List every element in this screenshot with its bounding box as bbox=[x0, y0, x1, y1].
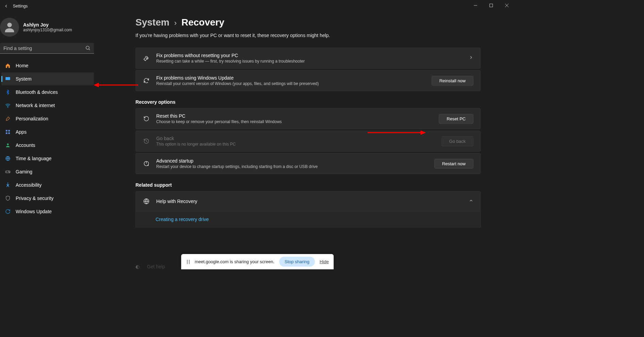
card-reset-pc: Reset this PC Choose to keep or remove y… bbox=[135, 108, 481, 129]
link-recovery-drive[interactable]: Creating a recovery drive bbox=[156, 217, 209, 222]
system-icon bbox=[5, 76, 11, 82]
svg-point-5 bbox=[86, 46, 89, 49]
svg-rect-1 bbox=[490, 4, 493, 7]
share-text: meet.google.com is sharing your screen. bbox=[195, 259, 274, 264]
section-recovery-options: Recovery options bbox=[135, 99, 481, 105]
expander-header[interactable]: Help with Recovery bbox=[135, 191, 481, 212]
nav-label: Personalization bbox=[16, 116, 48, 121]
svg-point-23 bbox=[147, 165, 148, 166]
gamepad-icon bbox=[5, 169, 11, 175]
help-icon: ◐ bbox=[135, 264, 140, 269]
nav-gaming[interactable]: Gaming bbox=[1, 165, 94, 178]
chevron-up-icon bbox=[469, 198, 473, 204]
card-title: Reset this PC bbox=[156, 113, 439, 119]
expander-body: Creating a recovery drive bbox=[135, 212, 481, 228]
svg-rect-9 bbox=[6, 130, 7, 132]
nav-list: Home System Bluetooth & devices Network … bbox=[0, 59, 102, 218]
nav-label: Apps bbox=[16, 129, 27, 135]
get-help-row[interactable]: ◐ Get help bbox=[135, 264, 165, 269]
reset-pc-button[interactable]: Reset PC bbox=[439, 114, 473, 124]
card-title: Advanced startup bbox=[156, 158, 434, 164]
card-subtitle: This option is no longer available on th… bbox=[156, 142, 441, 147]
pause-icon[interactable]: || bbox=[186, 259, 190, 264]
card-fix-windows-update: Fix problems using Windows Update Reinst… bbox=[135, 70, 481, 91]
close-button[interactable] bbox=[499, 0, 515, 11]
nav-label: Privacy & security bbox=[16, 196, 53, 201]
nav-apps[interactable]: Apps bbox=[1, 125, 94, 138]
nav-label: System bbox=[16, 76, 32, 82]
card-title: Go back bbox=[156, 136, 441, 141]
history-icon bbox=[143, 137, 150, 145]
expander-title: Help with Recovery bbox=[156, 199, 465, 204]
accessibility-icon bbox=[5, 182, 11, 188]
stop-sharing-button[interactable]: Stop sharing bbox=[279, 257, 315, 267]
globe-icon bbox=[5, 155, 11, 162]
nav-bluetooth[interactable]: Bluetooth & devices bbox=[1, 86, 94, 99]
nav-label: Gaming bbox=[16, 169, 32, 174]
hide-share-bar[interactable]: Hide bbox=[320, 259, 329, 264]
nav-accounts[interactable]: Accounts bbox=[1, 139, 94, 152]
profile-block[interactable]: Ashlyn Joy ashlynjoy1310@gmail.com bbox=[0, 16, 102, 43]
card-fix-troubleshooter[interactable]: Fix problems without resetting your PC R… bbox=[135, 48, 481, 69]
nav-label: Windows Update bbox=[16, 209, 52, 214]
user-name: Ashlyn Joy bbox=[23, 22, 72, 28]
breadcrumb-parent[interactable]: System bbox=[135, 17, 170, 28]
nav-network[interactable]: Network & internet bbox=[1, 99, 94, 112]
svg-point-13 bbox=[7, 144, 9, 145]
nav-label: Accessibility bbox=[16, 182, 42, 188]
svg-line-6 bbox=[89, 49, 90, 50]
svg-rect-11 bbox=[6, 132, 7, 134]
brush-icon bbox=[5, 116, 11, 122]
svg-rect-7 bbox=[5, 77, 10, 80]
section-related-support: Related support bbox=[135, 182, 481, 188]
search-input[interactable] bbox=[0, 43, 94, 54]
nav-time-language[interactable]: Time & language bbox=[1, 152, 94, 165]
nav-label: Time & language bbox=[16, 156, 51, 161]
svg-rect-10 bbox=[8, 130, 10, 132]
page-description: If you're having problems with your PC o… bbox=[135, 33, 481, 38]
window-title: Settings bbox=[13, 4, 28, 9]
page-title: Recovery bbox=[181, 17, 224, 28]
svg-point-4 bbox=[7, 23, 12, 27]
minimize-button[interactable] bbox=[468, 0, 483, 11]
refresh-icon bbox=[143, 77, 150, 84]
person-icon bbox=[5, 142, 11, 148]
svg-point-20 bbox=[7, 183, 9, 184]
chevron-right-icon: › bbox=[174, 19, 177, 28]
reset-icon bbox=[143, 115, 150, 122]
nav-system[interactable]: System bbox=[1, 72, 94, 85]
svg-rect-12 bbox=[8, 132, 10, 134]
card-go-back: Go back This option is no longer availab… bbox=[135, 131, 481, 152]
nav-label: Bluetooth & devices bbox=[16, 89, 58, 95]
card-subtitle: Choose to keep or remove your personal f… bbox=[156, 119, 439, 124]
search-wrap bbox=[0, 43, 94, 54]
expander-help-recovery: Help with Recovery Creating a recovery d… bbox=[135, 191, 481, 228]
globe-help-icon bbox=[143, 198, 150, 205]
avatar bbox=[0, 18, 19, 37]
svg-point-18 bbox=[9, 171, 9, 172]
shield-icon bbox=[5, 195, 11, 201]
back-button[interactable] bbox=[2, 2, 10, 10]
nav-personalization[interactable]: Personalization bbox=[1, 112, 94, 125]
get-help-label: Get help bbox=[147, 264, 165, 269]
chevron-right-icon bbox=[469, 55, 473, 61]
card-subtitle: Restart your device to change startup se… bbox=[156, 164, 434, 169]
nav-label: Home bbox=[16, 63, 28, 68]
reinstall-now-button[interactable]: Reinstall now bbox=[432, 76, 473, 86]
update-icon bbox=[5, 208, 11, 215]
search-icon bbox=[85, 45, 91, 52]
nav-label: Network & internet bbox=[16, 103, 55, 108]
svg-point-8 bbox=[7, 107, 8, 107]
maximize-button[interactable] bbox=[483, 0, 499, 11]
nav-windows-update[interactable]: Windows Update bbox=[1, 205, 94, 218]
title-bar: Settings bbox=[0, 0, 515, 12]
card-subtitle: Resetting can take a while — first, try … bbox=[156, 59, 465, 64]
nav-accessibility[interactable]: Accessibility bbox=[1, 179, 94, 191]
wifi-icon bbox=[5, 102, 11, 108]
restart-now-button[interactable]: Restart now bbox=[434, 159, 473, 169]
nav-privacy[interactable]: Privacy & security bbox=[1, 192, 94, 205]
nav-home[interactable]: Home bbox=[1, 59, 94, 72]
window-controls bbox=[468, 0, 515, 11]
main-content: System › Recovery If you're having probl… bbox=[102, 12, 515, 269]
wrench-icon bbox=[143, 54, 150, 62]
